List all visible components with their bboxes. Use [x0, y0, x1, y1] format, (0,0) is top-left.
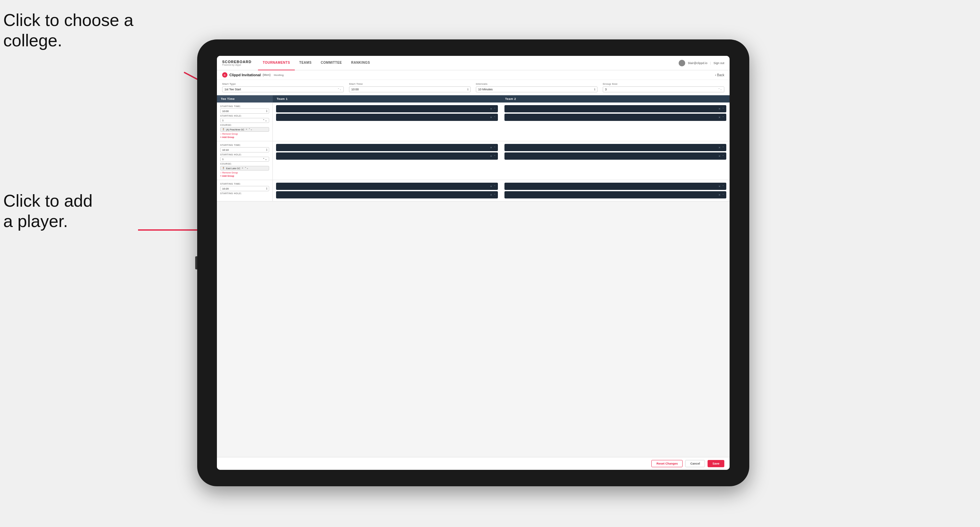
team1-cell-2: ✕ ⌃ ✕ ⌃: [273, 141, 501, 180]
tournament-name: Clippd Invitational: [229, 73, 261, 77]
tournament-gender: (Men): [262, 73, 270, 76]
start-type-select[interactable]: 1st Tee Start ⌃⌄: [222, 86, 344, 92]
player-expand-btn[interactable]: ⌃: [494, 108, 496, 110]
p-exp-r3t2-2[interactable]: ⌃: [722, 194, 724, 197]
player-expand-btn-t2[interactable]: ⌃: [722, 108, 724, 110]
time-info-icon-2: ℹ: [266, 148, 267, 151]
p-x-r3t1-1[interactable]: ✕: [490, 185, 492, 188]
footer-bar: Reset Changes Cancel Save: [217, 457, 730, 470]
course-remove-btn-2[interactable]: ✕: [242, 167, 243, 170]
reset-changes-button[interactable]: Reset Changes: [651, 460, 682, 467]
starting-time-input-2[interactable]: 10:10 ℹ: [220, 147, 269, 152]
team1-cell-1: ✕ ⌃ ✕ ⌃: [273, 103, 501, 141]
tee-row-2: STARTING TIME: 10:10 ℹ STARTING HOLE: 1 …: [217, 141, 730, 180]
time-info-icon-3: ℹ: [266, 187, 267, 190]
starting-time-input-3[interactable]: 10:20 ℹ: [220, 186, 269, 191]
group-size-group: Group Size 3 ⌃⌄: [603, 83, 724, 92]
p-exp-r3t1-1[interactable]: ⌃: [494, 185, 496, 188]
starting-hole-input-1[interactable]: 1 ⌃⌄: [220, 118, 269, 123]
time-info-icon: ℹ: [266, 110, 267, 113]
sign-out-link[interactable]: Sign out: [713, 62, 724, 65]
p-exp-r3t2-1[interactable]: ⌃: [722, 185, 724, 188]
p-x-r2t2-1[interactable]: ✕: [718, 146, 721, 149]
annotation-choose-college: Click to choose a college.: [3, 10, 134, 51]
player-row-1-t1-1[interactable]: ✕ ⌃: [276, 105, 498, 113]
player-row-3-t1-2[interactable]: ✕ ⌃: [276, 191, 498, 198]
p-exp-r2t1-2[interactable]: ⌃: [494, 155, 496, 158]
p-exp-r2t1-1[interactable]: ⌃: [494, 146, 496, 149]
remove-group-btn-1[interactable]: ○Remove Group: [220, 133, 269, 135]
intervals-select[interactable]: 10 Minutes ℹ: [476, 86, 597, 92]
nav-items: TOURNAMENTS TEAMS COMMITTEE RANKINGS: [258, 56, 679, 70]
player-x-btn-t2[interactable]: ✕: [718, 108, 721, 110]
sub-header: C Clippd Invitational (Men) Hosting ‹ Ba…: [217, 70, 730, 80]
player-row-2-t1-2[interactable]: ✕ ⌃: [276, 152, 498, 160]
p-exp-r3t1-2[interactable]: ⌃: [494, 194, 496, 197]
p-x-r2t1-1[interactable]: ✕: [490, 146, 492, 149]
player-row-1-t2-2[interactable]: ✕ ⌃: [504, 114, 726, 121]
hole-arrows-2: ⌃⌄: [262, 158, 267, 161]
team2-cell-3: ✕ ⌃ ✕ ⌃: [501, 180, 730, 201]
tablet-side-button: [195, 256, 197, 270]
group-size-select[interactable]: 3 ⌃⌄: [603, 86, 724, 92]
remove-group-btn-2[interactable]: ○Remove Group: [220, 171, 269, 174]
p-x-r3t2-2[interactable]: ✕: [718, 194, 721, 197]
course-remove-btn-1[interactable]: ✕: [245, 128, 247, 131]
p-x-r3t2-1[interactable]: ✕: [718, 185, 721, 188]
add-group-btn-2[interactable]: +Add Group: [220, 175, 269, 177]
main-content: Tee Time Team 1 Team 2 STARTING TIME: 10…: [217, 95, 730, 457]
start-time-group: Start Time 10:00 ℹ: [349, 83, 471, 92]
player-row-3-t2-2[interactable]: ✕ ⌃: [504, 191, 726, 198]
player-row-2-t1-1[interactable]: ✕ ⌃: [276, 144, 498, 151]
tablet-screen: SCOREBOARD Powered by clippd TOURNAMENTS…: [217, 56, 730, 470]
chevron-icon: ⌃⌄: [337, 88, 342, 90]
hosting-badge: Hosting: [274, 74, 284, 76]
team2-cell-1: ✕ ⌃ ✕ ⌃: [501, 103, 730, 141]
hole-arrows: ⌃⌄: [262, 119, 267, 122]
starting-hole-input-2[interactable]: 1 ⌃⌄: [220, 157, 269, 162]
player-row-3-t2-1[interactable]: ✕ ⌃: [504, 183, 726, 190]
back-button[interactable]: ‹ Back: [715, 73, 724, 77]
player-row-1-t2-1[interactable]: ✕ ⌃: [504, 105, 726, 113]
player-expand-btn-t2-2[interactable]: ⌃: [722, 116, 724, 119]
cancel-button[interactable]: Cancel: [685, 460, 705, 467]
annotation-add-player: Click to add a player.: [3, 190, 93, 232]
p-x-r3t1-2[interactable]: ✕: [490, 194, 492, 197]
tablet-frame: SCOREBOARD Powered by clippd TOURNAMENTS…: [197, 40, 749, 486]
course-tag-2[interactable]: 🏌 East Lake GC ✕ ⌃⌄: [220, 166, 269, 170]
save-button[interactable]: Save: [708, 460, 724, 467]
player-expand-btn-2[interactable]: ⌃: [494, 116, 496, 119]
nav-item-committee[interactable]: COMMITTEE: [316, 56, 347, 70]
th-team2: Team 2: [501, 95, 730, 103]
nav-right: blair@clippd.io | Sign out: [679, 60, 724, 67]
course-tag-1[interactable]: 🏌 (A) Peachtree GC ✕ ⌃⌄: [220, 127, 269, 132]
nav-item-tournaments[interactable]: TOURNAMENTS: [258, 56, 294, 70]
p-x-r2t2-2[interactable]: ✕: [718, 155, 721, 158]
player-row-2-t2-1[interactable]: ✕ ⌃: [504, 144, 726, 151]
tee-row-1: STARTING TIME: 10:00 ℹ STARTING HOLE: 1 …: [217, 103, 730, 141]
tee-left-1: STARTING TIME: 10:00 ℹ STARTING HOLE: 1 …: [217, 103, 273, 141]
nav-item-rankings[interactable]: RANKINGS: [347, 56, 375, 70]
player-row-2-t2-2[interactable]: ✕ ⌃: [504, 152, 726, 160]
course-arrows-2: ⌃⌄: [245, 167, 248, 170]
p-exp-r2t2-1[interactable]: ⌃: [722, 146, 724, 149]
starting-time-input-1[interactable]: 10:00 ℹ: [220, 108, 269, 114]
nav-item-teams[interactable]: TEAMS: [295, 56, 317, 70]
chevron-icon-2: ⌃⌄: [718, 88, 722, 90]
player-row-3-t1-1[interactable]: ✕ ⌃: [276, 183, 498, 190]
team1-cell-3: ✕ ⌃ ✕ ⌃: [273, 180, 501, 201]
top-nav: SCOREBOARD Powered by clippd TOURNAMENTS…: [217, 56, 730, 70]
p-exp-r2t2-2[interactable]: ⌃: [722, 155, 724, 158]
add-group-btn-1[interactable]: +Add Group: [220, 136, 269, 138]
info-icon-2: ℹ: [594, 88, 595, 91]
course-arrows: ⌃⌄: [248, 128, 252, 131]
p-x-r2t1-2[interactable]: ✕: [490, 155, 492, 158]
player-x-btn-2[interactable]: ✕: [490, 116, 492, 119]
player-x-btn-t2-2[interactable]: ✕: [718, 116, 721, 119]
settings-row: Start Type 1st Tee Start ⌃⌄ Start Time 1…: [217, 80, 730, 95]
start-time-input[interactable]: 10:00 ℹ: [349, 86, 471, 92]
intervals-group: Intervals 10 Minutes ℹ: [476, 83, 597, 92]
player-x-btn[interactable]: ✕: [490, 108, 492, 110]
player-row-1-t1-2[interactable]: ✕ ⌃: [276, 114, 498, 121]
start-type-group: Start Type 1st Tee Start ⌃⌄: [222, 83, 344, 92]
